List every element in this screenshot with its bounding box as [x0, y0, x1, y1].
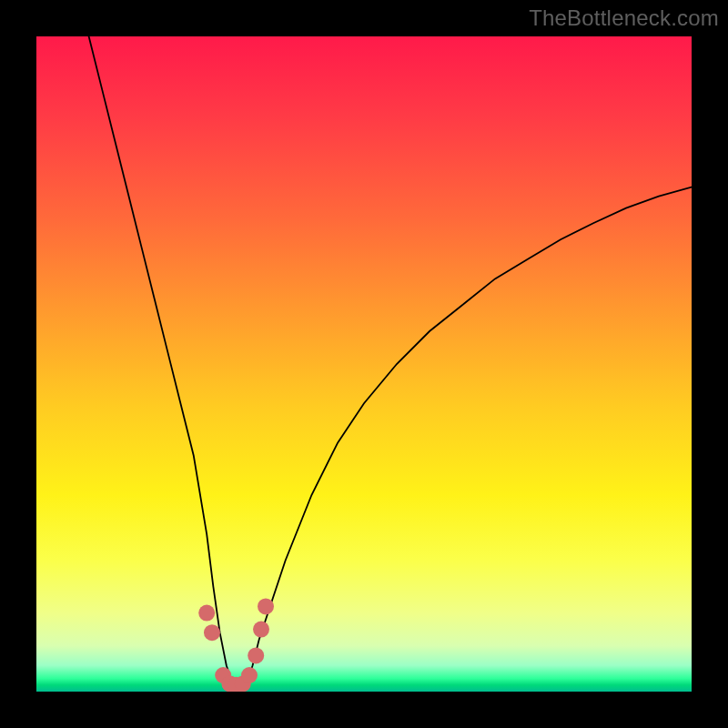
bottleneck-curve	[89, 36, 692, 692]
marker-dot	[241, 667, 258, 683]
marker-dot	[248, 647, 264, 663]
marker-dot	[198, 605, 215, 622]
curve-svg	[36, 36, 692, 692]
marker-dot	[204, 624, 220, 641]
highlight-markers	[198, 598, 274, 692]
chart-frame: TheBottleneck.com	[0, 0, 728, 728]
marker-dot	[258, 598, 274, 614]
watermark-text: TheBottleneck.com	[529, 5, 719, 31]
plot-area	[36, 36, 692, 692]
marker-dot	[253, 622, 269, 638]
